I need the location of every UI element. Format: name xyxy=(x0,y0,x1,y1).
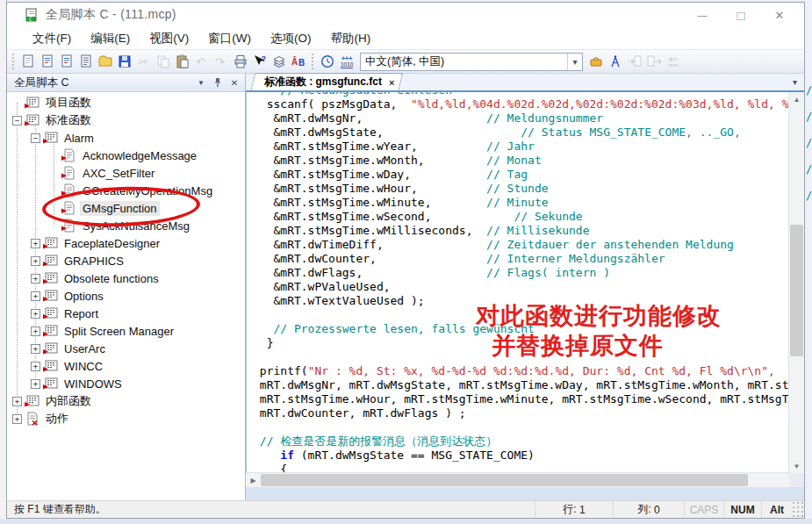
expand-icon[interactable]: + xyxy=(31,362,40,371)
tree-item-label[interactable]: WINDOWS xyxy=(61,377,125,391)
redo-icon[interactable]: ↷ xyxy=(212,52,231,71)
menu-view[interactable]: 视图(V) xyxy=(140,28,198,49)
tree-item-label[interactable]: Report xyxy=(61,306,101,321)
tree-item-项目函数[interactable]: 项目函数 xyxy=(7,94,245,111)
tree-item-label[interactable]: Alarm xyxy=(61,131,97,146)
tab-close-icon[interactable]: × xyxy=(389,77,394,88)
new-standard-function-icon[interactable] xyxy=(57,52,76,71)
number-format-icon[interactable]: +++1010 xyxy=(337,52,356,71)
expand-icon[interactable]: + xyxy=(31,256,40,266)
tree-item-faceplatedesigner[interactable]: +FaceplateDesigner xyxy=(7,234,245,252)
compile-icon[interactable] xyxy=(269,52,289,71)
runtime-clock-icon[interactable] xyxy=(318,52,337,71)
tree-item-windows[interactable]: +WINDOWS xyxy=(7,375,245,392)
scroll-up-icon[interactable]: ▲ xyxy=(789,92,804,106)
menu-help[interactable]: 帮助(H) xyxy=(320,28,380,49)
tree-item-label[interactable]: AcknowledgeMessage xyxy=(80,148,199,163)
vertical-scrollbar[interactable]: ▲ ▼ xyxy=(788,92,804,473)
tree-item-label[interactable]: Options xyxy=(61,289,106,304)
tree-item-graphics[interactable]: +GRAPHICS xyxy=(7,252,245,269)
new-project-function-icon[interactable] xyxy=(38,52,57,71)
tree-item-内部函数[interactable]: +内部函数 xyxy=(7,392,245,410)
tab-list-dropdown-icon[interactable] xyxy=(788,75,801,88)
tree-item-gcreatemyoperationmsg[interactable]: GCreateMyOperationMsg xyxy=(7,182,245,199)
resize-grip[interactable] xyxy=(792,501,804,518)
chevron-down-icon[interactable] xyxy=(567,54,582,70)
open-action-icon[interactable] xyxy=(76,52,96,71)
tree-item-动作[interactable]: +动作 xyxy=(7,410,245,427)
tree-item-label[interactable]: 标准函数 xyxy=(43,111,94,129)
syntax-check-icon[interactable]: ÂB xyxy=(289,52,308,71)
horizontal-scroll-thumb[interactable] xyxy=(261,474,748,486)
tree-item-标准函数[interactable]: −标准函数 xyxy=(7,111,245,129)
menu-file[interactable]: 文件(F) xyxy=(23,28,81,49)
tree-item-userarc[interactable]: +UserArc xyxy=(7,340,245,357)
expand-icon[interactable]: + xyxy=(31,379,40,389)
maximize-button[interactable] xyxy=(722,4,760,25)
tree-item-obsolete-functions[interactable]: +Obsolete functions xyxy=(7,269,245,287)
expand-icon[interactable]: + xyxy=(12,397,22,406)
expand-icon[interactable]: + xyxy=(31,239,40,248)
tree-item-acknowledgemessage[interactable]: AcknowledgeMessage xyxy=(7,147,245,164)
tab-gmsgfunc[interactable]: 标准函数 : gmsgfunc.fct × xyxy=(251,73,404,90)
tree-item-label[interactable]: 内部函数 xyxy=(43,392,94,410)
export-icon[interactable] xyxy=(644,52,664,71)
code-area[interactable]: // Meldungsdaten einlesen sscanf( pszMsg… xyxy=(246,92,789,473)
save-icon[interactable] xyxy=(115,52,134,71)
help-pointer-icon[interactable]: ? xyxy=(250,52,269,71)
tree-item-wincc[interactable]: +WINCC xyxy=(7,357,245,375)
tree-item-options[interactable]: +Options xyxy=(7,287,245,305)
horizontal-scrollbar[interactable]: ◀ ▶ xyxy=(246,472,789,487)
tree-item-sysacknuisancemsg[interactable]: SysAckNuisanceMsg xyxy=(7,217,245,234)
compass-icon[interactable] xyxy=(606,52,625,71)
collapse-icon[interactable]: − xyxy=(31,133,40,143)
pin-icon[interactable] xyxy=(211,76,225,89)
tree-item-report[interactable]: +Report xyxy=(7,305,245,322)
expand-icon[interactable]: + xyxy=(12,414,22,424)
minimize-button[interactable] xyxy=(683,4,722,25)
close-button[interactable] xyxy=(760,4,799,25)
open-icon[interactable] xyxy=(96,52,115,71)
tree-item-label[interactable]: 动作 xyxy=(43,410,71,427)
chevron-down-icon[interactable] xyxy=(194,76,208,89)
menu-window[interactable]: 窗口(W) xyxy=(198,28,261,49)
close-icon[interactable] xyxy=(227,76,241,89)
tree-item-label[interactable]: UserArc xyxy=(61,341,108,356)
tree-item-label[interactable]: 项目函数 xyxy=(43,94,94,111)
print-icon[interactable] xyxy=(231,52,250,71)
tree-item-label[interactable]: GMsgFunction xyxy=(80,201,160,216)
toolbox-icon[interactable] xyxy=(586,52,606,71)
paste-icon[interactable] xyxy=(173,52,192,71)
language-select[interactable]: 中文(简体, 中国) xyxy=(360,53,583,71)
expand-icon[interactable]: + xyxy=(31,291,40,301)
expand-icon[interactable]: + xyxy=(31,309,40,319)
tree-item-label[interactable]: Obsolete functions xyxy=(61,271,162,286)
expand-icon[interactable]: + xyxy=(31,274,40,284)
tree-item-label[interactable]: SysAckNuisanceMsg xyxy=(80,219,192,233)
tree-item-label[interactable]: WINCC xyxy=(61,359,105,374)
tree-item-label[interactable]: GRAPHICS xyxy=(61,254,126,269)
undo-icon[interactable]: ↶ xyxy=(192,52,212,71)
new-file-icon[interactable] xyxy=(18,52,38,71)
collapse-icon[interactable]: − xyxy=(12,116,22,126)
tree-item-label[interactable]: FaceplateDesigner xyxy=(61,236,162,251)
navigator-header: 全局脚本 C xyxy=(7,74,245,92)
tree-item-gmsgfunction[interactable]: GMsgFunction xyxy=(7,199,245,217)
tree-item-label[interactable]: Split Screen Manager xyxy=(61,324,176,339)
expand-icon[interactable]: + xyxy=(31,327,40,336)
tree-item-split-screen-manager[interactable]: +Split Screen Manager xyxy=(7,322,245,340)
expand-icon[interactable]: + xyxy=(31,344,40,354)
menu-options[interactable]: 选项(O) xyxy=(261,28,321,49)
scroll-down-icon[interactable]: ▼ xyxy=(789,459,804,473)
users-icon[interactable] xyxy=(664,52,683,71)
cut-icon[interactable]: ✂ xyxy=(134,52,154,71)
tree-item-alarm[interactable]: −Alarm xyxy=(7,129,245,147)
scroll-right-icon[interactable]: ▶ xyxy=(246,473,261,487)
tree-item-label[interactable]: AXC_SetFilter xyxy=(80,166,157,181)
copy-icon[interactable] xyxy=(154,52,173,71)
import-icon[interactable] xyxy=(625,52,644,71)
tree-item-label[interactable]: GCreateMyOperationMsg xyxy=(80,183,215,198)
menu-edit[interactable]: 编辑(E) xyxy=(81,28,140,49)
tree-item-axc-setfilter[interactable]: AXC_SetFilter xyxy=(7,164,245,182)
vertical-scroll-thumb[interactable] xyxy=(790,225,803,356)
